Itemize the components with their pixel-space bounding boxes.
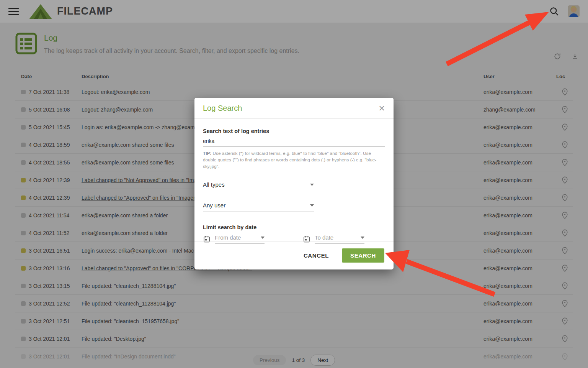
log-search-dialog: Log Search ✕ Search text of log entries … xyxy=(194,98,394,269)
search-input-underline xyxy=(203,146,385,147)
close-icon[interactable]: ✕ xyxy=(378,104,385,112)
user-filter-select[interactable]: Any user xyxy=(203,202,314,212)
dialog-title: Log Search xyxy=(203,104,242,113)
search-input[interactable]: erika xyxy=(203,138,385,144)
search-text-label: Search text of log entries xyxy=(203,128,385,134)
cancel-button[interactable]: CANCEL xyxy=(304,252,329,259)
chevron-down-icon xyxy=(261,237,265,239)
tip-prefix: TIP: xyxy=(203,151,211,156)
search-button[interactable]: SEARCH xyxy=(342,248,384,263)
tip-text: TIP: Use asterisk (*) for wildcard terms… xyxy=(203,150,385,170)
date-limit-label: Limit search by date xyxy=(203,224,385,230)
chevron-down-icon xyxy=(310,184,314,186)
chevron-down-icon xyxy=(361,237,364,239)
type-filter-select[interactable]: All types xyxy=(203,181,314,191)
chevron-down-icon xyxy=(310,204,314,207)
